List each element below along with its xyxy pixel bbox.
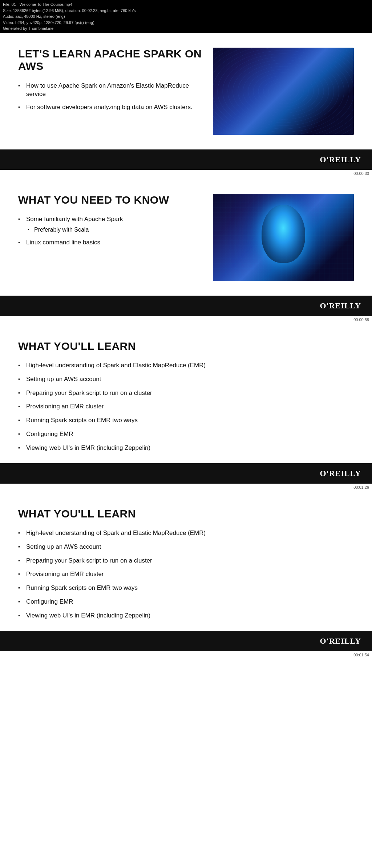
slide-4-bullets: High-level understanding of Spark and El… <box>18 529 354 620</box>
slide-1-footer: O'REILLY <box>0 149 372 170</box>
timestamp-2: 00:00:58 <box>0 316 372 322</box>
slide-4-bullet-6: Configuring EMR <box>18 597 354 606</box>
slide-2-subbullets-1: Preferably with Scala <box>26 226 203 234</box>
slide-1-title: LET'S LEARN APACHE SPARK ON AWS <box>18 48 203 73</box>
slide-3: WHAT YOU'LL LEARN High-level understandi… <box>0 325 372 484</box>
oreilly-logo-1: O'REILLY <box>320 155 361 164</box>
tunnel-image <box>213 48 354 135</box>
slide-4-bullet-7: Viewing web UI's in EMR (including Zeppe… <box>18 611 354 620</box>
slide-4-bullet-4: Provisioning an EMR cluster <box>18 570 354 579</box>
timestamp-1: 00:00:30 <box>0 170 372 176</box>
slide-2-image <box>213 194 354 281</box>
oreilly-logo-3: O'REILLY <box>320 469 361 478</box>
slide-2-bullets: Some familiarity with Apache Spark Prefe… <box>18 215 203 247</box>
slide-3-title: WHAT YOU'LL LEARN <box>18 340 354 353</box>
file-info-line3: Audio: aac, 48000 Hz, stereo (eng) <box>3 13 369 20</box>
oreilly-logo-2: O'REILLY <box>320 301 361 311</box>
slide-3-bullet-4: Provisioning an EMR cluster <box>18 402 354 411</box>
slide-3-bullet-1: High-level understanding of Spark and El… <box>18 361 354 370</box>
slide-3-bullet-2: Setting up an AWS account <box>18 375 354 384</box>
slide-3-footer: O'REILLY <box>0 463 372 484</box>
slide-4-bullet-3: Preparing your Spark script to run on a … <box>18 556 354 565</box>
slide-1-bullets: How to use Apache Spark on Amazon's Elas… <box>18 81 203 112</box>
timestamp-4: 00:01:54 <box>0 651 372 657</box>
slide-3-bullet-3: Preparing your Spark script to run on a … <box>18 389 354 397</box>
file-info-bar: File: 01 - Welcome To The Course.mp4 Siz… <box>0 0 372 33</box>
slide-1-bullet-2: For software developers analyzing big da… <box>18 103 203 112</box>
slide-2-bullet-1: Some familiarity with Apache Spark Prefe… <box>18 215 203 234</box>
slide-4: WHAT YOU'LL LEARN High-level understandi… <box>0 493 372 651</box>
slide-2: WHAT YOU NEED TO KNOW Some familiarity w… <box>0 179 372 316</box>
slide-3-bullet-7: Viewing web UI's in EMR (including Zeppe… <box>18 444 354 452</box>
file-info-line4: Video: h264, yuv420p, 1280x720, 29.97 fp… <box>3 20 369 26</box>
slide-1-image <box>213 48 354 135</box>
file-info-line1: File: 01 - Welcome To The Course.mp4 <box>3 1 369 8</box>
file-info-line2: Size: 13586262 bytes (12.96 MiB), durati… <box>3 8 369 14</box>
slide-3-bullet-5: Running Spark scripts on EMR two ways <box>18 416 354 425</box>
slide-2-text: WHAT YOU NEED TO KNOW Some familiarity w… <box>18 194 203 251</box>
timestamp-3: 00:01:26 <box>0 484 372 489</box>
slide-2-subbullet-1-1: Preferably with Scala <box>26 226 203 234</box>
oreilly-logo-4: O'REILLY <box>320 636 361 646</box>
slide-2-footer: O'REILLY <box>0 296 372 316</box>
slide-1-bullet-1: How to use Apache Spark on Amazon's Elas… <box>18 81 203 99</box>
slide-1-text: LET'S LEARN APACHE SPARK ON AWS How to u… <box>18 48 203 116</box>
slide-4-bullet-5: Running Spark scripts on EMR two ways <box>18 584 354 592</box>
slide-4-footer: O'REILLY <box>0 631 372 651</box>
file-info-line5: Generated by Thumbnail.me <box>3 25 369 32</box>
slide-4-bullet-2: Setting up an AWS account <box>18 543 354 551</box>
slide-1: LET'S LEARN APACHE SPARK ON AWS How to u… <box>0 33 372 170</box>
slide-2-title: WHAT YOU NEED TO KNOW <box>18 194 203 207</box>
ai-head-image <box>213 194 354 281</box>
slide-3-bullet-6: Configuring EMR <box>18 430 354 439</box>
slide-4-bullet-1: High-level understanding of Spark and El… <box>18 529 354 537</box>
slide-3-bullets: High-level understanding of Spark and El… <box>18 361 354 452</box>
slide-2-bullet-2: Linux command line basics <box>18 238 203 247</box>
slide-4-title: WHAT YOU'LL LEARN <box>18 508 354 520</box>
